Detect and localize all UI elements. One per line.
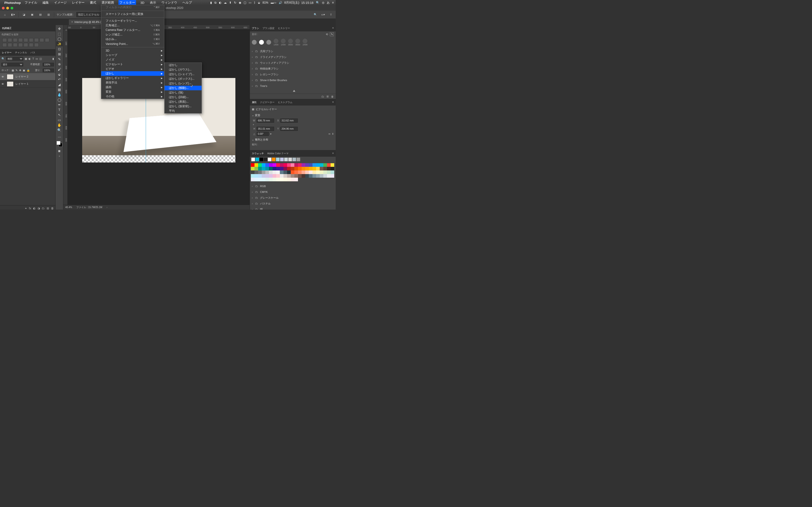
swatch[interactable]: [305, 170, 309, 174]
filter-distort-submenu[interactable]: 変形▶: [101, 90, 164, 94]
layer-thumbnail[interactable]: [7, 74, 13, 79]
new-folder-icon[interactable]: 🗀: [321, 95, 324, 98]
swatch[interactable]: [272, 174, 276, 178]
average-item[interactable]: 平均: [164, 109, 202, 113]
swatch[interactable]: [294, 170, 298, 174]
channel-mixer-icon[interactable]: [2, 43, 7, 47]
edit-toolbar[interactable]: ⋯: [56, 134, 63, 139]
swatch[interactable]: [327, 170, 331, 174]
swatch[interactable]: [298, 163, 302, 167]
swatch[interactable]: [291, 167, 294, 170]
filter-pixelate-submenu[interactable]: ピクセレート▶: [101, 62, 164, 67]
swatch[interactable]: [262, 163, 265, 167]
layer-thumbnail[interactable]: [7, 81, 13, 87]
paths-tab[interactable]: パス: [31, 51, 35, 54]
swatch[interactable]: [265, 167, 269, 170]
pen-tool[interactable]: ✒: [56, 102, 63, 107]
layer-name[interactable]: レイヤー 1: [15, 82, 28, 86]
collapse-icon[interactable]: ⌄: [252, 114, 254, 117]
swatch[interactable]: [272, 170, 276, 174]
swatch[interactable]: [294, 174, 298, 178]
history-tab[interactable]: ヒストリー: [278, 26, 290, 30]
brush-size-slider[interactable]: [252, 90, 334, 93]
swatch[interactable]: [272, 158, 275, 161]
swatch[interactable]: [280, 163, 284, 167]
brush-folder[interactable]: ›🗀ドライメディアブラシ: [250, 54, 336, 60]
filter-pixel-icon[interactable]: ▦: [24, 57, 27, 60]
delete-layer-icon[interactable]: 🗑: [51, 207, 54, 210]
gradient-tool[interactable]: ▦: [56, 87, 63, 92]
dropbox-icon[interactable]: ⧉: [214, 1, 216, 4]
curves-icon[interactable]: [13, 38, 17, 42]
swatch[interactable]: [309, 167, 312, 170]
vibrance-icon[interactable]: [24, 38, 28, 42]
swatch[interactable]: [265, 174, 269, 178]
lock-pos-icon[interactable]: ✥: [19, 69, 21, 72]
vanishing-point-item[interactable]: Vanishing Point...⌥⌘V: [101, 42, 164, 46]
opacity-input[interactable]: [43, 63, 54, 66]
swatch[interactable]: [265, 170, 269, 174]
swatch[interactable]: [276, 158, 280, 161]
link-icon[interactable]: ⚭: [24, 207, 27, 210]
swatch[interactable]: [292, 158, 296, 161]
convert-smart-filter-item[interactable]: スマートフィルター用に変換: [101, 12, 164, 16]
swatch[interactable]: [272, 167, 276, 170]
swatch[interactable]: [320, 174, 323, 178]
swatch[interactable]: [258, 174, 262, 178]
brush-preset[interactable]: [288, 39, 293, 44]
window-maximize-button[interactable]: [11, 7, 13, 9]
swatch[interactable]: [294, 163, 298, 167]
swatch[interactable]: [287, 167, 291, 170]
brush-preset[interactable]: [259, 40, 264, 45]
swatch[interactable]: [269, 167, 272, 170]
selective-icon[interactable]: [34, 43, 39, 47]
status-icon[interactable]: ▮: [210, 1, 212, 4]
share-icon[interactable]: ⇧: [328, 12, 334, 18]
swatch-folder[interactable]: ›🗀RGB: [250, 183, 336, 189]
siri-icon[interactable]: ◉: [239, 1, 241, 4]
mask-icon[interactable]: ◐: [33, 207, 36, 210]
adobe-color-tab[interactable]: Adobe Color テーマ: [267, 152, 289, 155]
quickmask-tool[interactable]: ◙: [56, 148, 63, 153]
swatch[interactable]: [316, 167, 320, 170]
swatch[interactable]: [269, 170, 272, 174]
ruler-vertical[interactable]: 0100200300400500600700800900: [63, 30, 68, 210]
levels-icon[interactable]: [8, 38, 12, 42]
swatch[interactable]: [254, 163, 258, 167]
swatches-tab[interactable]: スウォッチ: [252, 152, 264, 155]
swatch[interactable]: [276, 167, 280, 170]
swatch[interactable]: [309, 170, 312, 174]
swatch-folder[interactable]: ›🗀CMYK: [250, 189, 336, 195]
tab-close-icon[interactable]: ×: [71, 20, 73, 24]
brush-preset[interactable]: [303, 39, 307, 44]
swatch-folder[interactable]: ›🗀パステル: [250, 201, 336, 207]
swatch[interactable]: [298, 167, 302, 170]
filter-stylize-submenu[interactable]: 表現手法▶: [101, 80, 164, 85]
swatch[interactable]: [331, 174, 334, 178]
lock-nest-icon[interactable]: ▣: [23, 69, 25, 72]
menu-filter[interactable]: フィルター: [118, 0, 136, 5]
visibility-icon[interactable]: 👁: [1, 75, 5, 78]
screenmode-tool[interactable]: ▫: [56, 153, 63, 158]
zoom-tool[interactable]: 🔍: [56, 127, 63, 132]
swatch[interactable]: [251, 178, 254, 181]
menubar-date[interactable]: 8月8日(土): [284, 0, 299, 5]
swatch[interactable]: [276, 170, 280, 174]
swatch[interactable]: [284, 167, 287, 170]
colorbal-icon[interactable]: [34, 38, 39, 42]
delete-brush-icon[interactable]: 🗑: [331, 95, 334, 98]
swatch[interactable]: [302, 174, 305, 178]
filter-adj-icon[interactable]: ◐: [29, 57, 31, 60]
swatch[interactable]: [269, 178, 272, 181]
filter-toggle[interactable]: ▮: [52, 57, 54, 60]
swatch[interactable]: [323, 163, 327, 167]
histogram-tab[interactable]: ヒストグラム: [278, 101, 292, 104]
liquify-item[interactable]: ゆがみ...⇧⌘X: [101, 37, 164, 42]
swatch[interactable]: [276, 174, 280, 178]
layer-item[interactable]: 👁 レイヤー 2: [0, 73, 55, 80]
swatch[interactable]: [291, 170, 294, 174]
history-brush-tool[interactable]: ↶: [56, 77, 63, 82]
filter-other-submenu[interactable]: その他▶: [101, 94, 164, 99]
hand-tool[interactable]: ✋: [56, 122, 63, 127]
swatch[interactable]: [251, 174, 254, 178]
